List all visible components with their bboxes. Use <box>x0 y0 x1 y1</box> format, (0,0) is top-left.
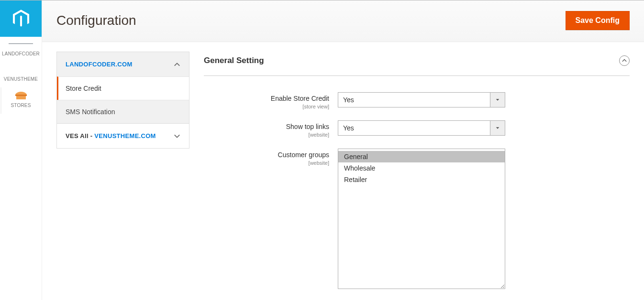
sidebar-item-venustheme[interactable]: VENUSTHEME <box>0 62 42 87</box>
page-title: Configuration <box>56 13 136 28</box>
config-group-head-landofcoder[interactable]: LANDOFCODER.COM <box>57 52 189 76</box>
sidebar-item-label: STORES <box>2 103 40 108</box>
field-customer-groups: Customer groups [website] GeneralWholesa… <box>204 149 630 289</box>
magento-logo[interactable] <box>0 0 42 37</box>
sidebar-item-stores[interactable]: STORES <box>0 87 42 114</box>
fieldset-general: Enable Store Credit [store view] Yes <box>204 76 630 289</box>
field-scope: [store view] <box>204 104 329 110</box>
config-nav: LANDOFCODER.COM Store Credit SMS Notific… <box>56 52 189 286</box>
field-control: Yes <box>338 92 505 107</box>
config-nav-item-label: Store Credit <box>66 85 101 92</box>
sidebar-item-landofcoder[interactable]: LANDOFCODER <box>0 37 42 62</box>
config-group-link: VENUSTHEME.COM <box>94 132 155 139</box>
field-label-text: Enable Store Credit <box>271 95 329 102</box>
magento-logo-icon <box>13 10 29 28</box>
enable-store-credit-select[interactable]: Yes <box>338 92 505 107</box>
field-label: Show top links [website] <box>204 120 338 138</box>
collapse-icon <box>619 55 630 66</box>
section-title: General Setting <box>204 56 264 65</box>
field-label-text: Customer groups <box>278 151 329 159</box>
show-top-links-select[interactable]: Yes <box>338 120 505 136</box>
content-area: LANDOFCODER.COM Store Credit SMS Notific… <box>42 42 644 300</box>
config-group-title: VES All - VENUSTHEME.COM <box>66 132 156 139</box>
svg-rect-0 <box>15 95 27 96</box>
sidebar-item-label: LANDOFCODER <box>2 51 40 56</box>
customer-group-option[interactable]: Retailer <box>338 174 505 185</box>
config-group-prefix: VES All - <box>66 132 94 139</box>
stores-icon <box>15 91 27 100</box>
config-group-title: LANDOFCODER.COM <box>66 61 133 68</box>
select-value: Yes <box>338 120 505 136</box>
select-value: Yes <box>338 92 505 107</box>
config-group-vesall: VES All - VENUSTHEME.COM <box>56 123 189 149</box>
save-config-button[interactable]: Save Config <box>566 11 630 30</box>
admin-sidebar: LANDOFCODER VENUSTHEME STORES <box>0 0 42 300</box>
field-show-top-links: Show top links [website] Yes <box>204 120 630 138</box>
chevron-up-icon <box>174 61 180 68</box>
field-label-text: Show top links <box>286 123 329 130</box>
field-scope: [website] <box>204 160 329 166</box>
page-header: Configuration Save Config <box>42 0 644 42</box>
section-head-general[interactable]: General Setting <box>204 52 630 76</box>
svg-rect-1 <box>16 96 26 99</box>
field-enable-store-credit: Enable Store Credit [store view] Yes <box>204 92 630 110</box>
customer-group-option[interactable]: Wholesale <box>338 162 505 174</box>
config-group-head-vesall[interactable]: VES All - VENUSTHEME.COM <box>57 124 189 148</box>
customer-groups-multiselect[interactable]: GeneralWholesaleRetailer <box>338 149 505 289</box>
config-nav-store-credit[interactable]: Store Credit <box>57 76 189 100</box>
sidebar-item-label: VENUSTHEME <box>2 76 40 82</box>
customer-group-option[interactable]: General <box>338 151 505 162</box>
settings-panel: General Setting Enable Store Credit [sto… <box>204 52 630 286</box>
config-group-landofcoder: LANDOFCODER.COM Store Credit SMS Notific… <box>56 52 189 124</box>
field-scope: [website] <box>204 132 329 138</box>
config-nav-sms-notification[interactable]: SMS Notification <box>57 100 189 123</box>
config-nav-item-label: SMS Notification <box>66 108 115 116</box>
field-label: Customer groups [website] <box>204 149 338 166</box>
field-control: GeneralWholesaleRetailer <box>338 149 505 289</box>
field-label: Enable Store Credit [store view] <box>204 92 338 110</box>
field-control: Yes <box>338 120 505 136</box>
chevron-down-icon <box>174 133 180 139</box>
